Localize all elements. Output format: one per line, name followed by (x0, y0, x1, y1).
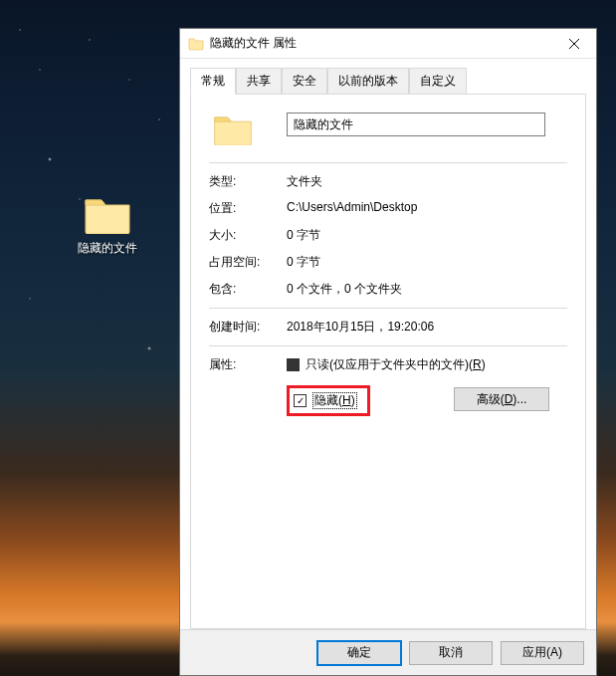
titlebar[interactable]: 隐藏的文件 属性 (180, 29, 596, 59)
dialog-title: 隐藏的文件 属性 (210, 35, 551, 52)
size-on-disk-label: 占用空间: (209, 254, 287, 271)
tab-customize[interactable]: 自定义 (409, 68, 467, 95)
separator (209, 345, 567, 346)
created-label: 创建时间: (209, 319, 287, 336)
folder-icon (84, 194, 131, 234)
close-button[interactable] (551, 29, 596, 58)
desktop-folder-label: 隐藏的文件 (70, 240, 145, 257)
desktop-folder-icon[interactable]: 隐藏的文件 (70, 194, 145, 257)
location-label: 位置: (209, 200, 287, 217)
separator (209, 162, 567, 163)
ok-button[interactable]: 确定 (317, 641, 401, 665)
advanced-button[interactable]: 高级(D)... (454, 387, 549, 411)
type-value: 文件夹 (287, 173, 567, 190)
cancel-button[interactable]: 取消 (409, 641, 493, 665)
separator (209, 308, 567, 309)
tab-strip: 常规 共享 安全 以前的版本 自定义 (190, 68, 586, 95)
attributes-label: 属性: (209, 356, 287, 373)
type-label: 类型: (209, 173, 287, 190)
tab-previous-versions[interactable]: 以前的版本 (327, 68, 409, 95)
close-icon (569, 39, 579, 49)
hidden-highlight: 隐藏(H) (287, 385, 370, 416)
apply-button[interactable]: 应用(A) (501, 641, 584, 665)
created-value: 2018年10月15日，19:20:06 (287, 319, 567, 336)
hidden-label: 隐藏(H) (312, 392, 357, 409)
size-value: 0 字节 (287, 227, 567, 244)
readonly-checkbox-row[interactable]: 只读(仅应用于文件夹中的文件)(R) (287, 356, 567, 373)
contains-value: 0 个文件，0 个文件夹 (287, 281, 567, 298)
hidden-checkbox-row[interactable]: 隐藏(H) (294, 392, 357, 409)
tab-general[interactable]: 常规 (190, 68, 236, 95)
dialog-button-bar: 确定 取消 应用(A) (180, 629, 596, 675)
folder-icon (188, 36, 204, 52)
size-on-disk-value: 0 字节 (287, 254, 567, 271)
location-value: C:\Users\Admin\Desktop (287, 200, 567, 217)
contains-label: 包含: (209, 281, 287, 298)
size-label: 大小: (209, 227, 287, 244)
folder-name-input[interactable] (287, 113, 545, 136)
properties-dialog: 隐藏的文件 属性 常规 共享 安全 以前的版本 自定义 (179, 28, 597, 676)
checkbox-icon (287, 358, 300, 371)
tab-security[interactable]: 安全 (282, 68, 327, 95)
tab-sharing[interactable]: 共享 (236, 68, 282, 95)
checkbox-icon (294, 394, 307, 407)
readonly-label: 只读(仅应用于文件夹中的文件)(R) (306, 356, 486, 373)
tab-panel-general: 类型: 文件夹 位置: C:\Users\Admin\Desktop 大小: 0… (190, 94, 586, 629)
folder-icon (213, 113, 253, 148)
